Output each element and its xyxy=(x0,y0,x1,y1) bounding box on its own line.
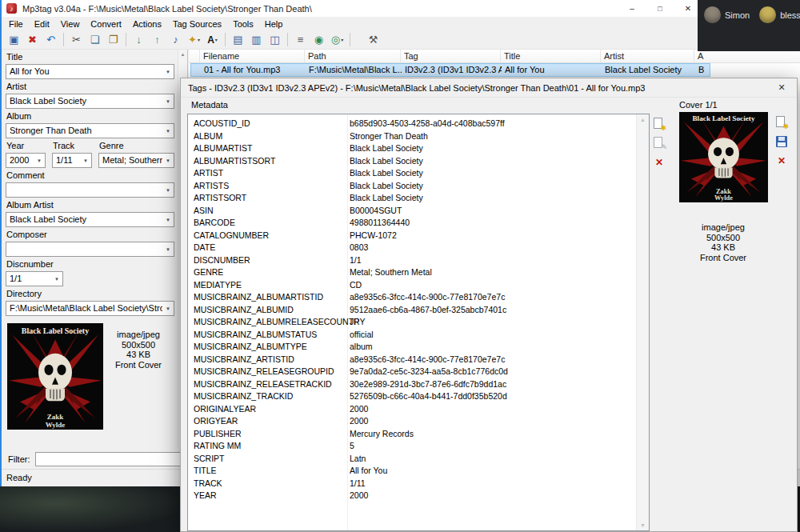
column-header-filename[interactable]: Filename xyxy=(200,50,305,63)
genre-combobox[interactable]: Metal; Southern Me ▼ xyxy=(98,153,174,168)
scroll-up-icon[interactable]: ▲ xyxy=(181,52,186,57)
add-cover-button[interactable]: ✱ xyxy=(774,115,789,129)
add-field-button[interactable]: ✱ xyxy=(652,117,666,130)
track-combobox[interactable]: 1/11 ▼ xyxy=(52,153,92,168)
menu-convert[interactable]: Convert xyxy=(85,18,127,30)
tag-field-row[interactable]: TRACK1/11 xyxy=(188,478,649,490)
column-header-artist[interactable]: Artist xyxy=(601,50,694,63)
actions-icon[interactable]: ✦▾ xyxy=(186,31,202,48)
tag-field-row[interactable]: MUSICBRAINZ_TRACKID5276509b-c66c-40a4-b4… xyxy=(188,390,649,403)
tag-from-filename-icon[interactable]: ↓ xyxy=(130,31,147,48)
directory-combobox[interactable]: F:\Music\Metal\Black Label Society\Stron… xyxy=(6,301,174,316)
tag-field-row[interactable]: ACOUSTID_IDb685d903-4503-4258-a04d-c408b… xyxy=(188,118,649,130)
comment-combobox[interactable]: ▼ xyxy=(6,182,174,198)
minimize-button[interactable]: – xyxy=(618,0,646,17)
print-icon[interactable]: ≡ xyxy=(292,31,309,48)
metadata-table[interactable]: ACOUSTID_IDb685d903-4503-4258-a04d-c408b… xyxy=(187,114,650,531)
chevron-down-icon[interactable]: ▼ xyxy=(162,158,174,163)
filter-input[interactable] xyxy=(35,452,186,466)
column-header-path[interactable]: Path xyxy=(305,50,401,63)
scroll-down-icon[interactable]: ▼ xyxy=(640,522,646,528)
chevron-down-icon[interactable]: ▼ xyxy=(162,70,174,74)
chevron-down-icon[interactable]: ▼ xyxy=(80,158,91,163)
year-combobox[interactable]: 2000 ▼ xyxy=(6,153,46,168)
column-header-title[interactable]: Title xyxy=(501,50,601,63)
dialog-titlebar[interactable]: Tags - ID3v2.3 (ID3v1 ID3v2.3 APEv2) - F… xyxy=(181,78,797,98)
web-source-2-icon[interactable]: ◎▾ xyxy=(329,31,346,48)
tag-field-row[interactable]: ORIGINALYEAR2000 xyxy=(188,403,649,416)
column-header-album[interactable]: A xyxy=(694,50,800,63)
titlebar[interactable]: ♪ Mp3tag v3.04a - F:\Music\Metal\Black L… xyxy=(2,0,800,17)
chevron-down-icon[interactable]: ▼ xyxy=(162,99,174,104)
tag-field-row[interactable]: ARTISTSORTBlack Label Society xyxy=(188,192,649,205)
tag-field-row[interactable]: MUSICBRAINZ_ALBUMTYPEalbum xyxy=(188,341,649,354)
tag-field-row[interactable]: MEDIATYPECD xyxy=(188,279,649,292)
paste-icon[interactable]: ❐ xyxy=(105,31,122,48)
chevron-down-icon[interactable]: ▼ xyxy=(34,158,45,163)
tag-field-row[interactable]: MUSICBRAINZ_ARTISTIDa8e935c6-3fcc-414c-9… xyxy=(188,354,649,366)
playlist-icon[interactable]: ♪ xyxy=(167,31,184,48)
menu-file[interactable]: File xyxy=(3,18,29,30)
chevron-down-icon[interactable]: ▼ xyxy=(162,306,174,311)
profile-bless[interactable]: bless xyxy=(759,6,800,23)
tag-field-row[interactable]: MUSICBRAINZ_ALBUMARTISTIDa8e935c6-3fcc-4… xyxy=(188,291,649,304)
tag-field-row[interactable]: GENREMetal; Southern Metal xyxy=(188,266,649,279)
menu-actions[interactable]: Actions xyxy=(127,18,167,30)
chevron-down-icon[interactable]: ▼ xyxy=(162,247,174,252)
dialog-close-button[interactable]: ✕ xyxy=(766,78,797,98)
tag-field-row[interactable]: ALBUMStronger Than Death xyxy=(188,130,649,143)
web-source-1-icon[interactable]: ◉ xyxy=(310,31,327,48)
tag-field-row[interactable]: ASINB00004SGUT xyxy=(188,205,649,218)
tag-field-row[interactable]: PUBLISHERMercury Records xyxy=(188,428,649,441)
column-header-tag[interactable]: Tag xyxy=(401,50,501,63)
tag-field-row[interactable]: MUSICBRAINZ_ALBUMSTATUSofficial xyxy=(188,329,649,342)
edit-field-button[interactable]: ✎ xyxy=(652,136,666,150)
menu-tools[interactable]: Tools xyxy=(227,18,259,30)
tag-field-row[interactable]: TITLEAll for You xyxy=(188,465,649,478)
tag-field-row[interactable]: MUSICBRAINZ_ALBUMRELEASECOUNTRYJP xyxy=(188,316,649,329)
new-window-icon[interactable]: ▤ xyxy=(230,31,246,48)
panel-cover-image[interactable]: Black Label SocietyZakkWylde xyxy=(7,323,103,430)
save-tag-icon[interactable]: ▣ xyxy=(6,31,22,48)
cut-icon[interactable]: ✂ xyxy=(68,31,85,48)
menu-tag-sources[interactable]: Tag Sources xyxy=(167,18,227,30)
tag-field-row[interactable]: ALBUMARTISTSORTBlack Label Society xyxy=(188,155,649,168)
tag-field-row[interactable]: ARTISTSBlack Label Society xyxy=(188,180,649,193)
profile-simon[interactable]: Simon xyxy=(704,6,750,23)
discnumber-combobox[interactable]: 1/1 ▼ xyxy=(6,271,63,286)
remove-tag-icon[interactable]: ✖ xyxy=(24,31,41,48)
composer-combobox[interactable]: ▼ xyxy=(6,242,174,257)
tag-field-row[interactable]: MUSICBRAINZ_RELEASEGROUPID9e7a0da2-ce5c-… xyxy=(188,366,649,378)
compare-icon[interactable]: ◫ xyxy=(266,31,283,48)
tag-field-row[interactable]: CATALOGNUMBERPHCW-1072 xyxy=(188,230,649,242)
remove-field-button[interactable]: ✕ xyxy=(652,155,666,169)
tag-field-row[interactable]: MUSICBRAINZ_RELEASETRACKID30e2e989-291d-… xyxy=(188,378,649,391)
file-row-selected[interactable]: 01 - All for You.mp3 F:\Music\Metal\Blac… xyxy=(190,63,710,77)
tag-field-row[interactable]: YEAR2000 xyxy=(188,490,649,502)
title-combobox[interactable]: All for You ▼ xyxy=(6,64,174,79)
chevron-down-icon[interactable]: ▼ xyxy=(162,188,174,193)
extended-tags-icon[interactable]: ▥ xyxy=(248,31,265,48)
column-header-gutter[interactable] xyxy=(189,50,200,63)
tag-field-row[interactable]: DATE0803 xyxy=(188,242,649,254)
tag-field-row[interactable]: DISCNUMBER1/1 xyxy=(188,254,649,267)
save-cover-button[interactable] xyxy=(774,134,789,148)
tag-field-row[interactable]: ALBUMARTISTBlack Label Society xyxy=(188,142,649,155)
chevron-down-icon[interactable]: ▼ xyxy=(51,277,62,282)
album-cover-image[interactable]: Black Label SocietyZakkWylde xyxy=(679,112,768,202)
album-artist-combobox[interactable]: Black Label Society ▼ xyxy=(6,212,174,227)
menu-edit[interactable]: Edit xyxy=(29,18,55,30)
menu-view[interactable]: View xyxy=(55,18,86,30)
tag-field-row[interactable]: BARCODE4988011364440 xyxy=(188,217,649,230)
maximize-button[interactable]: □ xyxy=(646,0,674,17)
remove-cover-button[interactable]: ✕ xyxy=(774,154,789,167)
chevron-down-icon[interactable]: ▼ xyxy=(162,218,174,222)
album-combobox[interactable]: Stronger Than Death ▼ xyxy=(6,123,174,138)
filename-from-tag-icon[interactable]: ↑ xyxy=(149,31,166,48)
scroll-up-icon[interactable]: ▲ xyxy=(640,117,646,122)
options-icon[interactable]: ⚒ xyxy=(365,31,382,48)
metadata-scrollbar[interactable]: ▲ ▼ xyxy=(636,114,649,530)
case-conversion-icon[interactable]: A▾ xyxy=(204,31,221,48)
copy-icon[interactable]: ❏ xyxy=(86,31,103,48)
chevron-down-icon[interactable]: ▼ xyxy=(162,129,174,134)
